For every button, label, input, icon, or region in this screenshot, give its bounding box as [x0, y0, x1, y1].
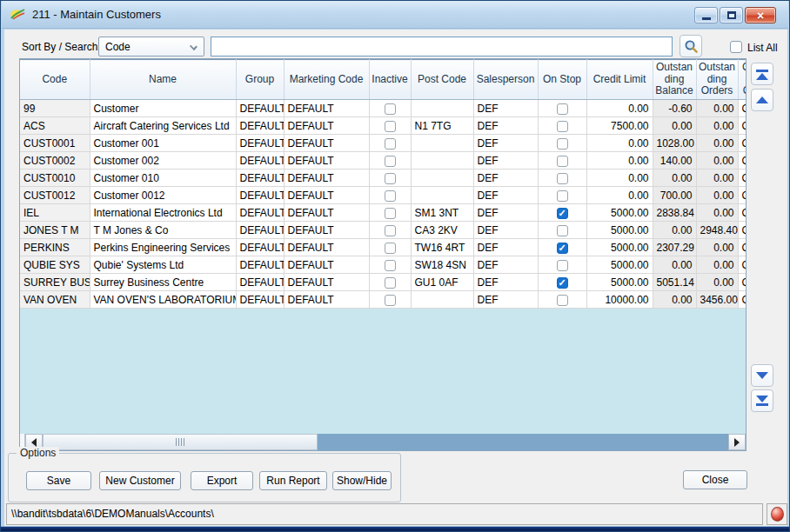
table-row[interactable]: QUBIE SYSQubie' Systems LtdDEFAULTDEFAUL… [20, 256, 746, 274]
on-stop-checkbox[interactable] [557, 138, 568, 150]
minimize-button[interactable] [694, 7, 718, 23]
cell-post_code: GU1 0AF [411, 274, 473, 291]
inactive-checkbox[interactable] [385, 225, 396, 236]
on-stop-checkbox[interactable] [557, 190, 568, 202]
cell-marketing: DEFAULT [284, 239, 369, 256]
inactive-checkbox[interactable] [385, 243, 396, 254]
export-button[interactable]: Export [191, 471, 253, 490]
inactive-checkbox[interactable] [385, 190, 396, 202]
search-button[interactable] [680, 35, 702, 57]
inactive-checkbox[interactable] [385, 277, 396, 289]
new-customer-button[interactable]: New Customer [99, 471, 181, 490]
cell-on_stop [538, 222, 586, 239]
col-header-currency[interactable]: Currency Code [738, 60, 746, 100]
on-stop-checkbox[interactable] [557, 173, 568, 184]
scroll-down-button[interactable] [751, 364, 773, 387]
table-row[interactable]: ACSAircraft Catering Services LtdDEFAULT… [20, 117, 746, 135]
cell-outstanding_orders: 0.00 [696, 100, 738, 117]
table-row[interactable]: PERKINSPerkins Engineering ServicesDEFAU… [20, 239, 746, 256]
save-button[interactable]: Save [26, 471, 91, 490]
cell-inactive [369, 170, 411, 187]
cell-credit_limit: 10000.00 [586, 291, 653, 309]
col-header-post_code[interactable]: Post Code [411, 60, 473, 100]
cell-outstanding_orders: 0.00 [696, 170, 738, 187]
col-header-outstanding_orders[interactable]: Outstanding Orders [696, 60, 738, 100]
cell-currency: GB [738, 117, 746, 135]
scrollbar-track[interactable] [318, 434, 728, 450]
inactive-checkbox[interactable] [385, 295, 396, 306]
inactive-checkbox[interactable] [385, 103, 396, 115]
cell-outstanding_orders: 0.00 [696, 187, 738, 204]
on-stop-checkbox[interactable] [557, 121, 568, 132]
col-header-name[interactable]: Name [90, 60, 236, 100]
on-stop-checkbox[interactable] [557, 295, 568, 306]
inactive-checkbox[interactable] [385, 121, 396, 132]
table-row[interactable]: CUST0010Customer 010DEFAULTDEFAULTDEF0.0… [20, 170, 746, 187]
table-row[interactable]: 99CustomerDEFAULTDEFAULTDEF0.00-0.600.00… [20, 100, 746, 117]
cell-currency: GB [738, 274, 746, 291]
minimize-icon [702, 17, 711, 20]
scroll-right-button[interactable] [728, 434, 746, 450]
col-header-outstanding_balance[interactable]: Outstanding Balance [653, 60, 696, 100]
col-header-credit_limit[interactable]: Credit Limit [586, 60, 653, 100]
table-row[interactable]: VAN OVENVAN OVEN'S LABORATORIUMDEFAULTDE… [20, 291, 746, 309]
inactive-checkbox[interactable] [385, 138, 396, 150]
list-all-checkbox[interactable] [730, 41, 742, 53]
on-stop-checkbox[interactable] [557, 277, 568, 289]
table-row[interactable]: IELInternational Electronics LtdDEFAULTD… [20, 204, 746, 222]
cell-group: DEFAULT [236, 187, 284, 204]
app-icon [10, 8, 25, 21]
close-window-button[interactable]: × [745, 7, 776, 23]
show-hide-button[interactable]: Show/Hide [332, 471, 392, 490]
col-header-on_stop[interactable]: On Stop [538, 60, 586, 100]
table-row[interactable]: CUST0002Customer 002DEFAULTDEFAULTDEF0.0… [20, 152, 746, 170]
close-button[interactable]: Close [683, 470, 747, 489]
status-bar: \\bandit\tsbdata\6\DEMOManuals\Accounts\ [6, 503, 763, 525]
on-stop-checkbox[interactable] [557, 225, 568, 236]
cell-outstanding_balance: 0.00 [653, 170, 696, 187]
table-row[interactable]: CUST0001Customer 001DEFAULTDEFAULTDEF0.0… [20, 135, 746, 152]
cell-outstanding_balance: 700.00 [653, 187, 696, 204]
customers-grid: CodeNameGroupMarketing CodeInactivePost … [19, 58, 746, 451]
col-header-inactive[interactable]: Inactive [369, 60, 411, 100]
on-stop-checkbox[interactable] [557, 156, 568, 167]
maximize-button[interactable] [720, 7, 743, 23]
cell-credit_limit: 0.00 [586, 100, 653, 117]
table-row[interactable]: JONES T MT M Jones & CoDEFAULTDEFAULTCA3… [20, 222, 746, 239]
on-stop-checkbox[interactable] [557, 208, 568, 219]
inactive-checkbox[interactable] [385, 260, 396, 271]
cell-name: Qubie' Systems Ltd [90, 256, 236, 274]
run-report-button[interactable]: Run Report [259, 471, 327, 490]
sort-by-select[interactable]: Code [98, 37, 204, 57]
table-row[interactable]: SURREY BUSSurrey Business CentreDEFAULTD… [20, 274, 746, 291]
inactive-checkbox[interactable] [385, 173, 396, 184]
cell-salesperson: DEF [473, 204, 538, 222]
scroll-to-top-button[interactable] [751, 63, 773, 85]
cell-currency: GB [738, 291, 746, 309]
col-header-group[interactable]: Group [236, 60, 284, 100]
scroll-to-bottom-button[interactable] [751, 389, 773, 412]
scrollbar-thumb[interactable] [43, 434, 318, 450]
cell-salesperson: DEF [473, 256, 538, 274]
col-header-marketing[interactable]: Marketing Code [284, 60, 369, 100]
col-header-code[interactable]: Code [20, 60, 90, 100]
inactive-checkbox[interactable] [385, 156, 396, 167]
table-row[interactable]: CUST0012Customer 0012DEFAULTDEFAULTDEF0.… [20, 187, 746, 204]
arrow-up-icon [756, 73, 768, 80]
scroll-up-button[interactable] [751, 89, 773, 111]
title-bar[interactable]: 211 - Maintain Customers × [2, 1, 788, 29]
on-stop-checkbox[interactable] [557, 103, 568, 115]
cell-group: DEFAULT [236, 222, 284, 239]
horizontal-scrollbar[interactable] [20, 434, 746, 450]
cell-credit_limit: 0.00 [586, 135, 653, 152]
on-stop-checkbox[interactable] [557, 243, 568, 254]
cell-credit_limit: 0.00 [586, 187, 653, 204]
cell-credit_limit: 5000.00 [586, 239, 653, 256]
on-stop-checkbox[interactable] [557, 260, 568, 271]
search-input[interactable] [211, 37, 673, 57]
inactive-checkbox[interactable] [385, 208, 396, 219]
cell-on_stop [538, 204, 586, 222]
cell-marketing: DEFAULT [284, 222, 369, 239]
col-header-salesperson[interactable]: Salesperson [473, 60, 538, 100]
cell-marketing: DEFAULT [284, 256, 369, 274]
